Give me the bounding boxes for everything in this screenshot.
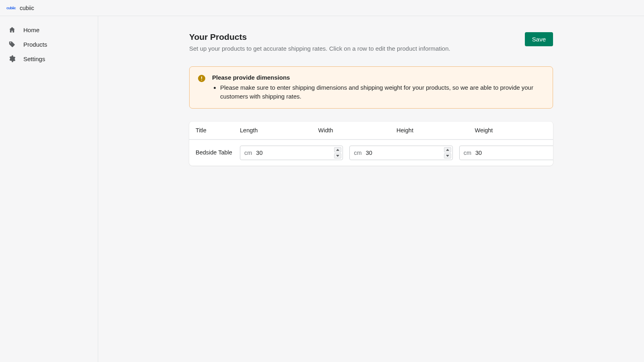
home-icon — [8, 26, 16, 34]
main-content: Your Products Set up your products to ge… — [98, 16, 644, 362]
app-logo[interactable]: cubiic cubiic — [6, 5, 34, 11]
stepper-up-icon[interactable] — [334, 147, 341, 152]
page-subtitle: Set up your products to get accurate shi… — [189, 45, 450, 52]
height-input-wrapper: cm — [459, 146, 553, 160]
length-input[interactable] — [256, 146, 343, 160]
banner-bullet: Please make sure to enter shipping dimen… — [220, 83, 545, 101]
sidebar-item-settings[interactable]: Settings — [0, 51, 98, 66]
product-title: Bedside Table — [196, 149, 240, 157]
svg-rect-2 — [201, 80, 202, 80]
sidebar-item-label: Home — [23, 27, 39, 33]
topbar: cubiic cubiic — [0, 0, 644, 16]
header-weight: Weight — [475, 127, 547, 134]
table-row[interactable]: Bedside Table cm cm — [189, 140, 553, 166]
height-input[interactable] — [475, 146, 553, 160]
header-width: Width — [318, 127, 397, 134]
sidebar-item-home[interactable]: Home — [0, 23, 98, 37]
length-input-wrapper: cm — [240, 146, 343, 160]
sidebar-item-label: Products — [23, 41, 47, 48]
save-button[interactable]: Save — [525, 32, 553, 46]
products-table: Title Length Width Height Weight Bedside… — [189, 121, 553, 166]
width-input[interactable] — [366, 146, 452, 160]
svg-rect-1 — [201, 76, 202, 79]
warning-icon — [198, 74, 206, 82]
logo-mark-icon: cubiic — [6, 6, 16, 10]
sidebar-item-products[interactable]: Products — [0, 37, 98, 51]
header-height: Height — [396, 127, 475, 134]
sidebar: Home Products Settings — [0, 16, 98, 362]
stepper-down-icon[interactable] — [334, 153, 341, 158]
length-stepper — [334, 147, 341, 158]
stepper-down-icon[interactable] — [444, 153, 451, 158]
header-length: Length — [240, 127, 318, 134]
warning-banner: Please provide dimensions Please make su… — [189, 66, 553, 109]
height-unit: cm — [460, 150, 475, 156]
header-title: Title — [196, 127, 240, 134]
width-unit: cm — [350, 150, 365, 156]
app-name: cubiic — [20, 5, 34, 11]
sidebar-item-label: Settings — [23, 56, 45, 62]
width-input-wrapper: cm — [349, 146, 452, 160]
gear-icon — [8, 55, 16, 63]
page-title: Your Products — [189, 32, 450, 42]
length-unit: cm — [240, 150, 256, 156]
banner-title: Please provide dimensions — [212, 74, 545, 81]
stepper-up-icon[interactable] — [444, 147, 451, 152]
table-header-row: Title Length Width Height Weight — [189, 121, 553, 140]
width-stepper — [444, 147, 451, 158]
tag-icon — [8, 40, 16, 48]
